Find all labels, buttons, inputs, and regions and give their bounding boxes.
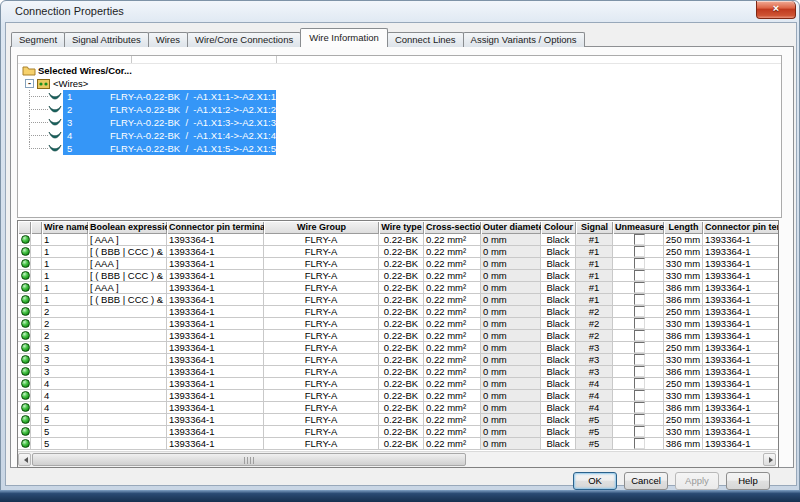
cell-length[interactable]: 250 mm [664,378,703,390]
cell-cross-section[interactable]: 0.22 mm² [424,258,481,270]
cell-blank[interactable] [31,366,42,378]
cell-wire-group[interactable]: FLRY-A [264,426,379,438]
cell-length[interactable]: 250 mm [664,234,703,246]
wire-grid[interactable]: Wire nameBoolean expressionConnector pin… [17,220,779,468]
cell-wire-name[interactable]: 4 [42,378,88,390]
cell-signal[interactable]: #1 [576,282,613,294]
cell-blank[interactable] [31,330,42,342]
cell-colour[interactable]: Black [541,306,576,318]
tree-item-selection[interactable]: 1 FLRY-A-0.22-BK / -A1.X1:1->-A2.X1:1 [63,90,276,103]
cell-status[interactable] [18,438,31,450]
cell-signal[interactable]: #2 [576,306,613,318]
cell-unmeasured[interactable] [613,234,664,246]
tree-item[interactable]: 1 FLRY-A-0.22-BK / -A1.X1:1->-A2.X1:1 [18,90,781,103]
cell-length[interactable]: 250 mm [664,414,703,426]
cell-status[interactable] [18,390,31,402]
cell-colour[interactable]: Black [541,402,576,414]
cell-boolean-expression[interactable] [88,390,167,402]
unmeasured-checkbox[interactable] [634,342,645,353]
cell-outer-diameter[interactable]: 0 mm [481,246,541,258]
cell-wire-group[interactable]: FLRY-A [264,438,379,450]
unmeasured-checkbox[interactable] [634,426,645,437]
grid-row[interactable]: 51393364-1FLRY-A0.22-BK0.22 mm²0 mmBlack… [18,414,779,426]
cell-connector-pin-terminal-2[interactable]: 1393364-1 [703,318,779,330]
scroll-right-button[interactable] [763,453,776,466]
cell-wire-name[interactable]: 2 [42,306,88,318]
cell-boolean-expression[interactable] [88,414,167,426]
cell-outer-diameter[interactable]: 0 mm [481,306,541,318]
cell-blank[interactable] [31,258,42,270]
unmeasured-checkbox[interactable] [634,414,645,425]
cell-signal[interactable]: #5 [576,438,613,450]
grid-row[interactable]: 1[ ( BBB | CCC ) & DDD ]1393364-1FLRY-A0… [18,294,779,306]
cell-outer-diameter[interactable]: 0 mm [481,318,541,330]
cell-wire-type[interactable]: 0.22-BK [379,330,424,342]
cell-boolean-expression[interactable] [88,426,167,438]
grid-row[interactable]: 41393364-1FLRY-A0.22-BK0.22 mm²0 mmBlack… [18,402,779,414]
cell-outer-diameter[interactable]: 0 mm [481,294,541,306]
cell-connector-pin-terminal-2[interactable]: 1393364-1 [703,402,779,414]
cell-boolean-expression[interactable] [88,330,167,342]
titlebar[interactable]: Connection Properties × [1,1,799,22]
cell-status[interactable] [18,354,31,366]
unmeasured-checkbox[interactable] [634,318,645,329]
cell-connector-pin-terminal[interactable]: 1393364-1 [167,354,264,366]
cell-signal[interactable]: #3 [576,366,613,378]
scroll-left-button[interactable] [18,453,31,466]
unmeasured-checkbox[interactable] [634,246,645,257]
cell-unmeasured[interactable] [613,426,664,438]
cell-colour[interactable]: Black [541,378,576,390]
grid-row[interactable]: 1[ ( BBB | CCC ) & DDD ]1393364-1FLRY-A0… [18,270,779,282]
cell-status[interactable] [18,234,31,246]
cell-wire-type[interactable]: 0.22-BK [379,414,424,426]
tree-group-row[interactable]: - <Wires> [18,77,781,90]
cell-outer-diameter[interactable]: 0 mm [481,366,541,378]
cell-wire-type[interactable]: 0.22-BK [379,246,424,258]
cell-wire-type[interactable]: 0.22-BK [379,378,424,390]
unmeasured-checkbox[interactable] [634,378,645,389]
cell-outer-diameter[interactable]: 0 mm [481,234,541,246]
cell-signal[interactable]: #2 [576,318,613,330]
cell-connector-pin-terminal[interactable]: 1393364-1 [167,378,264,390]
cell-length[interactable]: 250 mm [664,342,703,354]
cell-wire-type[interactable]: 0.22-BK [379,366,424,378]
cell-boolean-expression[interactable] [88,354,167,366]
grid-row[interactable]: 1[ ( BBB | CCC ) & DDD ]1393364-1FLRY-A0… [18,246,779,258]
cell-boolean-expression[interactable]: [ ( BBB | CCC ) & DDD ] [88,246,167,258]
cell-length[interactable]: 386 mm [664,330,703,342]
cell-cross-section[interactable]: 0.22 mm² [424,294,481,306]
cell-wire-type[interactable]: 0.22-BK [379,282,424,294]
tab-wires[interactable]: Wires [148,32,188,47]
tab-assign-variants-options[interactable]: Assign Variants / Options [463,32,585,47]
cell-connector-pin-terminal-2[interactable]: 1393364-1 [703,378,779,390]
cell-outer-diameter[interactable]: 0 mm [481,438,541,450]
cell-status[interactable] [18,426,31,438]
cell-wire-group[interactable]: FLRY-A [264,366,379,378]
cell-connector-pin-terminal-2[interactable]: 1393364-1 [703,330,779,342]
grid-row[interactable]: 21393364-1FLRY-A0.22-BK0.22 mm²0 mmBlack… [18,330,779,342]
cell-signal[interactable]: #4 [576,378,613,390]
cell-outer-diameter[interactable]: 0 mm [481,378,541,390]
cell-wire-type[interactable]: 0.22-BK [379,402,424,414]
grid-row[interactable]: 21393364-1FLRY-A0.22-BK0.22 mm²0 mmBlack… [18,318,779,330]
cell-cross-section[interactable]: 0.22 mm² [424,378,481,390]
cell-status[interactable] [18,330,31,342]
cell-boolean-expression[interactable] [88,306,167,318]
cell-status[interactable] [18,246,31,258]
cell-length[interactable]: 330 mm [664,426,703,438]
tab-connect-lines[interactable]: Connect Lines [387,32,464,47]
cell-wire-type[interactable]: 0.22-BK [379,318,424,330]
cell-connector-pin-terminal[interactable]: 1393364-1 [167,330,264,342]
cell-wire-type[interactable]: 0.22-BK [379,354,424,366]
cell-connector-pin-terminal[interactable]: 1393364-1 [167,282,264,294]
cell-connector-pin-terminal-2[interactable]: 1393364-1 [703,390,779,402]
cell-boolean-expression[interactable]: [ AAA ] [88,234,167,246]
cell-unmeasured[interactable] [613,270,664,282]
tree-item-selection[interactable]: 3 FLRY-A-0.22-BK / -A1.X1:3->-A2.X1:3 [63,116,276,129]
cell-blank[interactable] [31,270,42,282]
cell-boolean-expression[interactable] [88,378,167,390]
cell-wire-group[interactable]: FLRY-A [264,390,379,402]
grid-row[interactable]: 31393364-1FLRY-A0.22-BK0.22 mm²0 mmBlack… [18,354,779,366]
cell-colour[interactable]: Black [541,282,576,294]
cell-connector-pin-terminal-2[interactable]: 1393364-1 [703,414,779,426]
